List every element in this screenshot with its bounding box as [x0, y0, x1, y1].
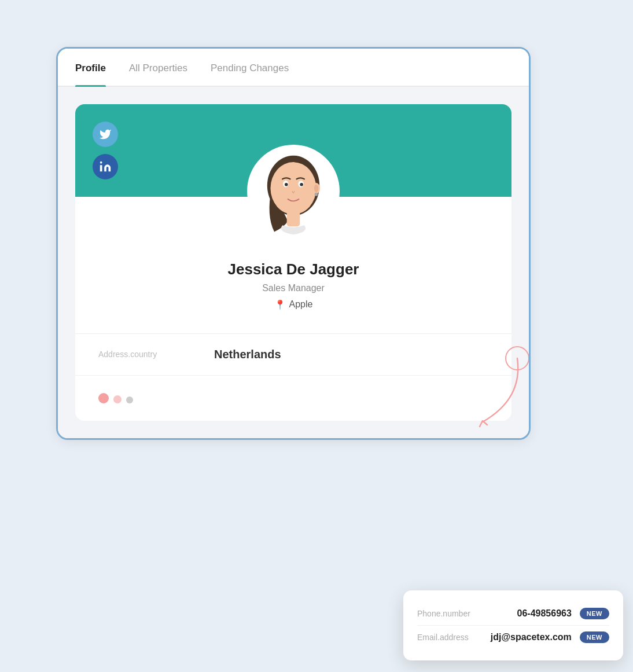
popup-value-phone: 06-49856963 [517, 608, 572, 619]
svg-point-7 [300, 182, 303, 186]
popup-label-phone: Phone.number [417, 609, 517, 618]
dot-1 [98, 393, 109, 403]
tab-pending-changes[interactable]: Pending Changes [211, 49, 289, 86]
profile-card: Jessica De Jagger Sales Manager 📍 Apple … [75, 104, 511, 421]
page-wrapper: Profile All Properties Pending Changes [56, 47, 577, 626]
tab-profile[interactable]: Profile [75, 49, 106, 86]
dot-3 [126, 396, 133, 403]
twitter-button[interactable] [93, 122, 118, 147]
svg-point-0 [100, 161, 102, 163]
field-rows: Address.country Netherlands [75, 334, 511, 376]
avatar [247, 145, 340, 237]
svg-point-9 [314, 184, 319, 192]
field-label-country: Address.country [98, 350, 214, 359]
tab-bar: Profile All Properties Pending Changes [58, 49, 529, 87]
profile-title: Sales Manager [75, 283, 511, 293]
profile-company: 📍 Apple [75, 299, 511, 310]
badge-new-email: NEW [580, 631, 609, 643]
popup-card: Phone.number 06-49856963 NEW Email.addre… [403, 590, 623, 660]
dot-2 [113, 395, 122, 403]
profile-name: Jessica De Jagger [75, 260, 511, 278]
company-name: Apple [289, 299, 313, 310]
svg-point-3 [270, 162, 316, 214]
popup-label-email: Email.address [417, 633, 491, 642]
annotation-area [75, 376, 511, 421]
popup-row-phone: Phone.number 06-49856963 NEW [417, 602, 609, 626]
badge-new-phone: NEW [580, 608, 609, 619]
field-value-country: Netherlands [214, 348, 281, 361]
popup-value-email: jdj@spacetex.com [491, 632, 572, 642]
popup-row-email: Email.address jdj@spacetex.com NEW [417, 626, 609, 649]
main-card: Profile All Properties Pending Changes [56, 47, 531, 440]
profile-banner [75, 104, 511, 197]
location-icon: 📍 [274, 299, 286, 310]
dots-decoration [98, 393, 133, 403]
linkedin-icon [99, 160, 112, 173]
tab-all-properties[interactable]: All Properties [129, 49, 187, 86]
avatar-illustration [253, 145, 334, 237]
linkedin-button[interactable] [93, 154, 118, 179]
svg-point-6 [285, 182, 288, 186]
twitter-icon [99, 128, 112, 141]
field-row-country: Address.country Netherlands [75, 334, 511, 376]
profile-content: Jessica De Jagger Sales Manager 📍 Apple … [58, 87, 529, 438]
svg-point-10 [315, 192, 318, 196]
avatar-container [247, 145, 340, 249]
